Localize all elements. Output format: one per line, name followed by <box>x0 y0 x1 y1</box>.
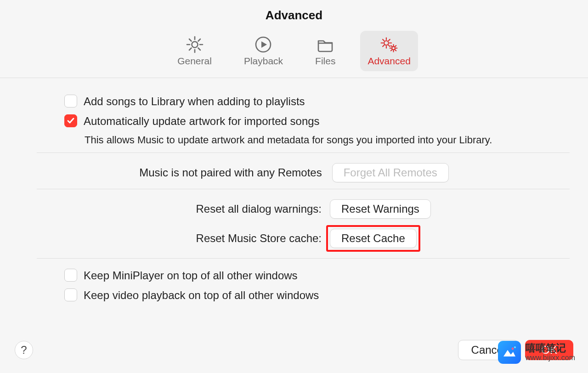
preferences-window: Advanced General <box>0 0 588 373</box>
tab-advanced[interactable]: Advanced <box>360 31 418 71</box>
gears-icon <box>380 35 398 54</box>
reset-cache-button[interactable]: Reset Cache <box>330 229 417 248</box>
help-button[interactable]: ? <box>15 341 33 359</box>
option-keep-miniplayer: Keep MiniPlayer on top of all other wind… <box>64 269 570 282</box>
forget-remotes-button: Forget All Remotes <box>332 163 449 182</box>
remotes-status: Music is not paired with any Remotes <box>139 166 322 179</box>
checkbox-add-songs[interactable] <box>64 95 77 107</box>
svg-line-26 <box>395 45 396 46</box>
window-title: Advanced <box>0 0 588 23</box>
folder-icon <box>316 35 334 54</box>
checkbox-keep-video[interactable] <box>64 288 77 301</box>
svg-line-8 <box>189 48 192 51</box>
svg-point-19 <box>392 46 395 50</box>
svg-line-25 <box>395 50 396 51</box>
footer-bar: ? Cancel OK <box>0 332 588 373</box>
tab-label: Files <box>315 56 335 67</box>
tab-label: General <box>177 56 212 67</box>
ok-button[interactable]: OK <box>525 340 573 360</box>
tab-files[interactable]: Files <box>308 31 343 71</box>
divider <box>37 189 570 189</box>
option-label: Automatically update artwork for importe… <box>84 115 320 128</box>
svg-line-6 <box>198 48 200 51</box>
option-keep-video: Keep video playback on top of all other … <box>64 288 570 302</box>
cancel-button[interactable]: Cancel <box>458 340 519 360</box>
preferences-toolbar: General Playback Files <box>0 31 588 78</box>
highlight-annotation: Reset Cache <box>326 225 420 252</box>
checkbox-keep-miniplayer[interactable] <box>64 269 77 282</box>
option-add-songs: Add songs to Library when adding to play… <box>64 95 570 108</box>
tab-label: Advanced <box>368 56 410 67</box>
svg-line-16 <box>389 45 390 46</box>
gear-icon <box>186 35 204 54</box>
reset-warnings-button[interactable]: Reset Warnings <box>330 199 431 219</box>
tab-label: Playback <box>244 56 283 67</box>
option-description: This allows Music to update artwork and … <box>85 134 570 146</box>
svg-line-15 <box>383 40 384 41</box>
svg-line-18 <box>383 45 384 46</box>
option-auto-artwork: Automatically update artwork for importe… <box>64 114 570 128</box>
divider <box>37 258 570 259</box>
svg-point-0 <box>192 42 198 48</box>
option-label: Keep MiniPlayer on top of all other wind… <box>84 269 298 282</box>
svg-line-27 <box>391 50 392 51</box>
reset-cache-row: Reset Music Store cache: Reset Cache <box>64 229 570 248</box>
divider <box>37 153 570 153</box>
option-label: Keep video playback on top of all other … <box>84 289 319 302</box>
svg-line-24 <box>391 45 392 46</box>
reset-cache-label: Reset Music Store cache: <box>64 232 322 245</box>
svg-point-10 <box>384 41 389 45</box>
tab-playback[interactable]: Playback <box>237 31 290 71</box>
checkbox-auto-artwork[interactable] <box>64 114 77 127</box>
option-label: Add songs to Library when adding to play… <box>84 95 305 108</box>
preferences-content: Add songs to Library when adding to play… <box>0 78 588 302</box>
reset-warnings-label: Reset all dialog warnings: <box>64 203 322 215</box>
svg-line-5 <box>189 39 192 41</box>
tab-general[interactable]: General <box>170 31 219 71</box>
svg-line-7 <box>198 39 200 41</box>
svg-line-17 <box>389 40 390 41</box>
reset-warnings-row: Reset all dialog warnings: Reset Warning… <box>64 199 570 219</box>
remotes-row: Music is not paired with any Remotes For… <box>18 163 570 182</box>
play-circle-icon <box>254 35 272 54</box>
